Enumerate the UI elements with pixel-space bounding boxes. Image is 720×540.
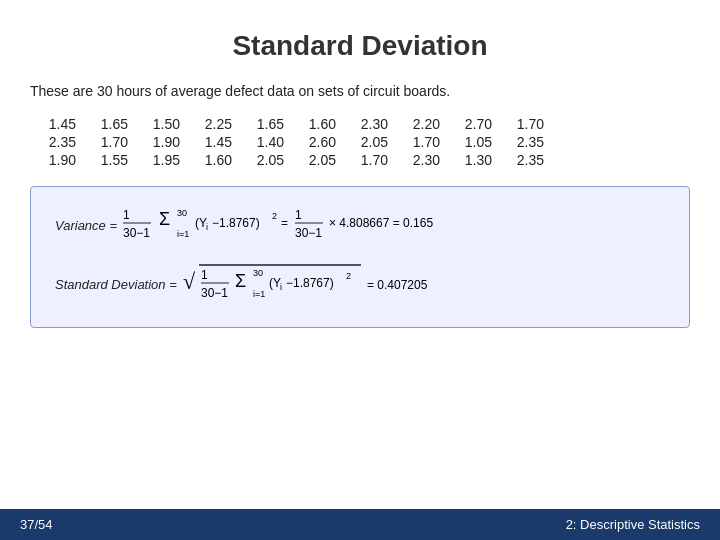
svg-text:−1.8767): −1.8767): [212, 216, 260, 230]
cell: 1.70: [394, 134, 446, 150]
variance-formula: Variance = 1 30−1 Σ 30 i=1 (Y i −1.8767)…: [55, 205, 665, 247]
cell: 1.65: [82, 116, 134, 132]
cell: 1.05: [446, 134, 498, 150]
svg-text:1: 1: [295, 208, 302, 222]
data-row: 1.45 1.65 1.50 2.25 1.65 1.60 2.30 2.20 …: [30, 116, 690, 132]
cell: 2.20: [394, 116, 446, 132]
footer: 37/54 2: Descriptive Statistics: [0, 509, 720, 540]
svg-text:30: 30: [253, 268, 263, 278]
cell: 1.50: [134, 116, 186, 132]
slide-number: 37/54: [20, 517, 53, 532]
data-row: 2.35 1.70 1.90 1.45 1.40 2.60 2.05 1.70 …: [30, 134, 690, 150]
svg-text:i=1: i=1: [253, 289, 265, 299]
svg-text:Σ: Σ: [159, 209, 170, 229]
cell: 2.60: [290, 134, 342, 150]
cell: 2.70: [446, 116, 498, 132]
cell: 1.60: [290, 116, 342, 132]
cell: 1.70: [342, 152, 394, 168]
svg-text:30−1: 30−1: [295, 226, 322, 240]
svg-text:i: i: [206, 222, 208, 232]
svg-text:= 0.407205: = 0.407205: [367, 278, 428, 292]
cell: 2.25: [186, 116, 238, 132]
svg-text:i: i: [280, 282, 282, 292]
cell: 2.35: [498, 134, 550, 150]
cell: 1.40: [238, 134, 290, 150]
svg-text:× 4.808667 = 0.165816: × 4.808667 = 0.165816: [329, 216, 433, 230]
cell: 1.90: [134, 134, 186, 150]
svg-text:2: 2: [272, 211, 277, 221]
svg-text:2: 2: [346, 271, 351, 281]
sd-label: Standard Deviation =: [55, 277, 177, 292]
svg-text:1: 1: [201, 268, 208, 282]
data-table: 1.45 1.65 1.50 2.25 1.65 1.60 2.30 2.20 …: [30, 116, 690, 168]
cell: 2.05: [238, 152, 290, 168]
formula-box: Variance = 1 30−1 Σ 30 i=1 (Y i −1.8767)…: [30, 186, 690, 328]
cell: 1.60: [186, 152, 238, 168]
cell: 1.45: [186, 134, 238, 150]
svg-text:√: √: [183, 269, 196, 294]
svg-text:Σ: Σ: [235, 271, 246, 291]
variance-label: Variance =: [55, 218, 117, 233]
svg-text:−1.8767): −1.8767): [286, 276, 334, 290]
cell: 1.30: [446, 152, 498, 168]
sd-formula: Standard Deviation = √ 1 30−1 Σ 30 i=1 (…: [55, 261, 665, 309]
cell: 2.30: [394, 152, 446, 168]
cell: 1.95: [134, 152, 186, 168]
cell: 2.35: [30, 134, 82, 150]
cell: 2.35: [498, 152, 550, 168]
variance-svg: 1 30−1 Σ 30 i=1 (Y i −1.8767) 2 = 1 30−1: [123, 205, 433, 247]
svg-text:i=1: i=1: [177, 229, 189, 239]
cell: 1.90: [30, 152, 82, 168]
cell: 1.55: [82, 152, 134, 168]
svg-text:30−1: 30−1: [201, 286, 228, 300]
data-row: 1.90 1.55 1.95 1.60 2.05 2.05 1.70 2.30 …: [30, 152, 690, 168]
svg-text:30: 30: [177, 208, 187, 218]
cell: 2.30: [342, 116, 394, 132]
cell: 1.70: [82, 134, 134, 150]
svg-text:1: 1: [123, 208, 130, 222]
svg-text:=: =: [281, 216, 288, 230]
cell: 2.05: [342, 134, 394, 150]
intro-text: These are 30 hours of average defect dat…: [30, 82, 690, 102]
cell: 1.70: [498, 116, 550, 132]
cell: 1.45: [30, 116, 82, 132]
cell: 1.65: [238, 116, 290, 132]
page-title: Standard Deviation: [0, 0, 720, 82]
section-title: 2: Descriptive Statistics: [566, 517, 700, 532]
sd-svg: √ 1 30−1 Σ 30 i=1 (Y i −1.8767) 2 = 0.40…: [183, 261, 483, 309]
svg-text:30−1: 30−1: [123, 226, 150, 240]
cell: 2.05: [290, 152, 342, 168]
